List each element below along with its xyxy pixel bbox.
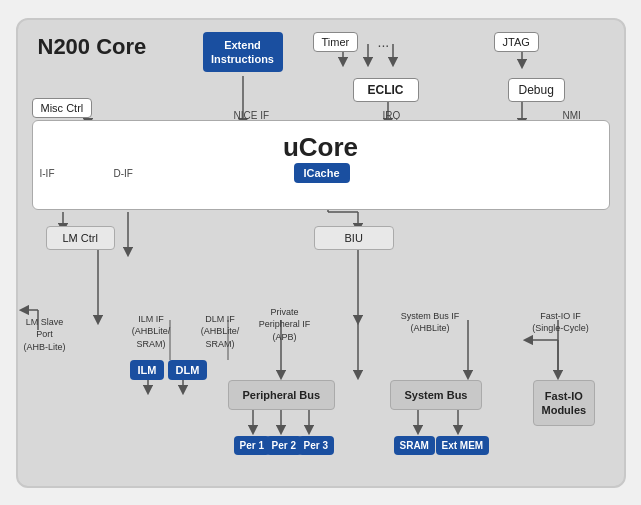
timer-chip: Timer [313, 32, 359, 52]
lm-ctrl-box: LM Ctrl [46, 226, 115, 250]
irq-label: IRQ [383, 110, 401, 121]
ilm-chip: ILM [130, 360, 165, 380]
ilm-if-label: ILM IF (AHBLite/ SRAM) [124, 313, 179, 351]
private-peripheral-label: Private Peripheral IF (APB) [250, 306, 320, 344]
fastio-if-label: Fast-IO IF (Single-Cycle) [526, 310, 596, 335]
sram-chip: SRAM [394, 436, 435, 455]
n200-core-title: N200 Core [38, 34, 147, 60]
lm-slave-port-label: LM Slave Port (AHB-Lite) [20, 316, 70, 354]
per1-chip: Per 1 [234, 436, 270, 455]
ellipsis-label: ... [378, 34, 390, 50]
system-bus-box: System Bus [390, 380, 483, 410]
iif-label: I-IF [40, 168, 55, 179]
misc-ctrl-box: Misc Ctrl [32, 98, 93, 118]
dlm-chip: DLM [168, 360, 208, 380]
dif-label: D-IF [114, 168, 133, 179]
biu-box: BIU [314, 226, 394, 250]
nice-if-label: NICE IF [234, 110, 270, 121]
ext-mem-chip: Ext MEM [436, 436, 490, 455]
icache-box: ICache [294, 163, 350, 183]
dlm-if-label: DLM IF (AHBLite/ SRAM) [193, 313, 248, 351]
extend-instructions-box: Extend Instructions [203, 32, 283, 73]
jtag-chip: JTAG [494, 32, 539, 52]
fastio-modules-box: Fast-IO Modules [533, 380, 596, 427]
nmi-label: NMI [563, 110, 581, 121]
system-bus-if-label: System Bus IF (AHBLite) [398, 310, 463, 335]
peripheral-bus-box: Peripheral Bus [228, 380, 336, 410]
debug-box: Debug [508, 78, 565, 102]
n200-core-diagram: N200 Core Extend Instructions Timer ... … [16, 18, 626, 488]
eclic-box: ECLIC [353, 78, 419, 102]
per2-chip: Per 2 [266, 436, 302, 455]
per3-chip: Per 3 [298, 436, 334, 455]
